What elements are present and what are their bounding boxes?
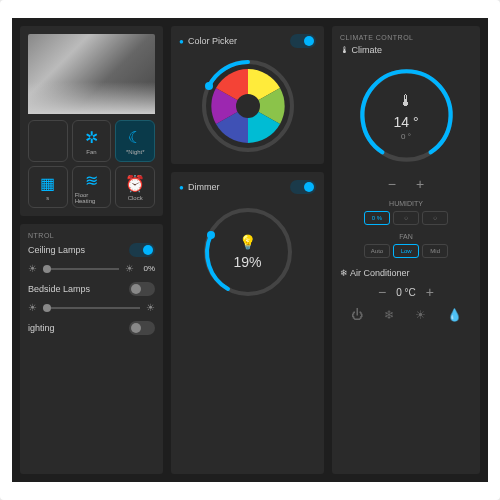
lighting-label: ighting (28, 323, 55, 333)
ceiling-brightness-slider[interactable] (43, 268, 119, 270)
section-title-control: NTROL (28, 232, 155, 239)
bedside-brightness-slider[interactable] (43, 307, 140, 309)
svg-point-4 (207, 231, 215, 239)
bulb-icon: 💡 (234, 234, 262, 250)
device-tile[interactable]: ▦s (28, 166, 68, 208)
device-tile[interactable] (28, 120, 68, 162)
device-tile-floor-heating[interactable]: ≋Floor Heating (72, 166, 112, 208)
colorpicker-toggle[interactable] (290, 34, 316, 48)
brightness-low-icon: ☀ (28, 302, 37, 313)
heat-icon: ≋ (85, 171, 98, 190)
ceiling-pct: 0% (144, 264, 156, 273)
color-wheel[interactable] (198, 56, 298, 156)
humidity-opt[interactable]: 0 % (364, 211, 390, 225)
ceiling-lamps-label: Ceiling Lamps (28, 245, 85, 255)
device-tile-night[interactable]: ☾*Night* (115, 120, 155, 162)
svg-point-1 (236, 94, 260, 118)
fan-icon: ✲ (85, 128, 98, 147)
device-tile-clock[interactable]: ⏰Clock (115, 166, 155, 208)
droplet-icon[interactable]: 💧 (447, 308, 462, 322)
ac-title: ❄ Air Conditioner (340, 268, 410, 278)
dimmer-value: 19% (234, 254, 262, 270)
dimmer-title: ●Dimmer (179, 182, 219, 192)
grid-icon: ▦ (40, 174, 55, 193)
brightness-high-icon: ☀ (125, 263, 134, 274)
temp-setpoint: 0 ° (393, 131, 418, 140)
humidity-title: HUMIDITY (340, 200, 472, 207)
fan-speed-mid[interactable]: Mid (422, 244, 448, 258)
fan-speed-auto[interactable]: Auto (364, 244, 390, 258)
device-tile-fan[interactable]: ✲Fan (72, 120, 112, 162)
dimmer-dial[interactable]: 💡 19% (198, 202, 298, 302)
brightness-low-icon: ☀ (28, 263, 37, 274)
ac-plus-button[interactable]: + (426, 284, 434, 300)
temp-minus-button[interactable]: − (388, 176, 396, 192)
room-preview-image (28, 34, 155, 114)
bedside-lamps-toggle[interactable] (129, 282, 155, 296)
fan-title: FAN (340, 233, 472, 240)
temp-current: 14 ° (393, 113, 418, 129)
svg-point-2 (205, 82, 213, 90)
brightness-high-icon: ☀ (146, 302, 155, 313)
ceiling-lamps-toggle[interactable] (129, 243, 155, 257)
lighting-toggle[interactable] (129, 321, 155, 335)
sun-icon[interactable]: ☀ (415, 308, 426, 322)
ac-value: 0 °C (396, 287, 416, 298)
humidity-opt[interactable]: ○ (393, 211, 419, 225)
dimmer-toggle[interactable] (290, 180, 316, 194)
moon-icon: ☾ (128, 128, 142, 147)
climate-title: 🌡 Climate (340, 45, 382, 55)
temp-plus-button[interactable]: + (416, 176, 424, 192)
humidity-opt[interactable]: ○ (422, 211, 448, 225)
power-icon[interactable]: ⏻ (351, 308, 363, 322)
snowflake-icon[interactable]: ❄ (384, 308, 394, 322)
temperature-dial[interactable]: 🌡 14 ° 0 ° (354, 63, 459, 168)
bedside-lamps-label: Bedside Lamps (28, 284, 90, 294)
fan-speed-low[interactable]: Low (393, 244, 419, 258)
clock-icon: ⏰ (125, 174, 145, 193)
ac-minus-button[interactable]: − (378, 284, 386, 300)
thermometer-icon: 🌡 (393, 91, 418, 109)
section-title-climate: CLIMATE CONTROL (340, 34, 472, 41)
colorpicker-title: ●Color Picker (179, 36, 237, 46)
